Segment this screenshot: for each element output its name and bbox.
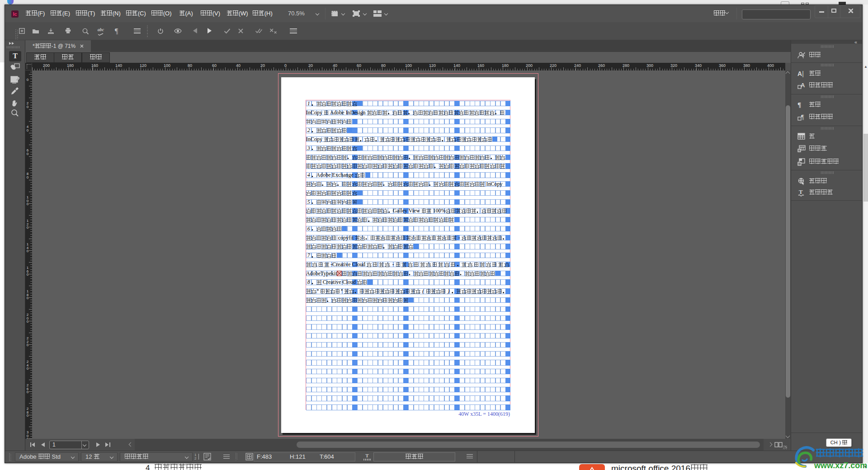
svg-text:¶: ¶ xyxy=(801,114,804,121)
svg-text:A: A xyxy=(801,82,805,89)
svg-text:T: T xyxy=(799,189,803,195)
